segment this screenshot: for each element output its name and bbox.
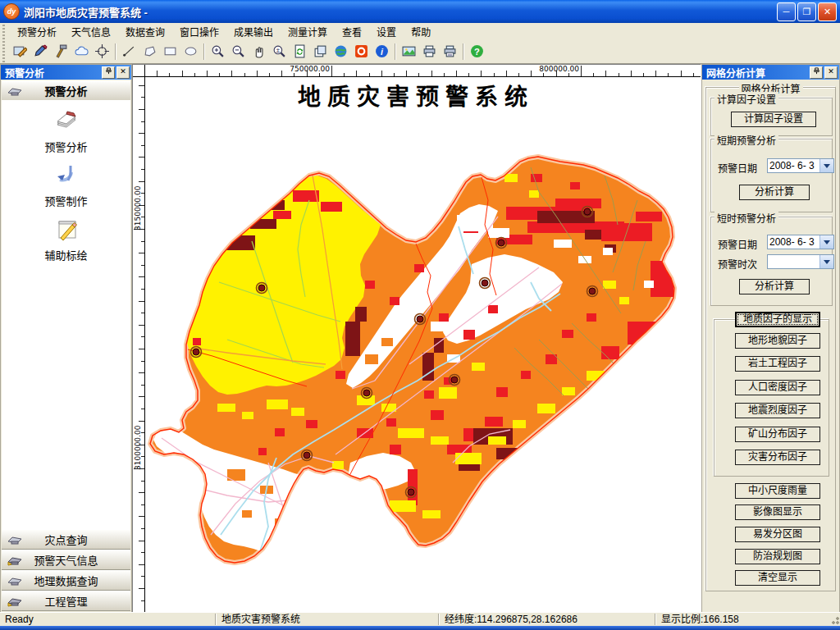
short-term-date-combo[interactable]: 2008- 6- 3 <box>767 158 834 173</box>
date-label: 预警日期 <box>718 237 757 251</box>
zoom-out-button[interactable] <box>228 41 249 62</box>
refresh-page-button[interactable] <box>290 41 310 62</box>
ellipse-tool-button[interactable] <box>180 41 201 62</box>
svg-text:?: ? <box>474 47 480 57</box>
risk-map[interactable]: 地质灾害预警系统 <box>145 77 701 612</box>
left-panel-header[interactable]: 预警分析 <box>2 80 130 101</box>
chevron-down-icon[interactable] <box>819 159 833 172</box>
factor-setup-button[interactable]: 计算因子设置 <box>731 112 816 127</box>
stop-button[interactable] <box>351 41 372 62</box>
sidebar-item-1[interactable]: 预警分析 <box>2 107 130 154</box>
polygon-tool-icon <box>143 44 157 58</box>
rectangle-tool-icon <box>163 44 177 58</box>
hammer-button[interactable] <box>51 41 71 62</box>
factor-button-6[interactable]: 矿山分布因子 <box>735 427 820 442</box>
zoom-in-button[interactable] <box>208 41 228 62</box>
marker-dot-icon <box>304 452 310 459</box>
left-pin-button[interactable] <box>102 66 115 79</box>
menu-item-7[interactable]: 查看 <box>335 23 369 40</box>
paint-brush-button[interactable] <box>30 41 51 62</box>
close-button[interactable]: ✕ <box>818 2 837 21</box>
map-edit-button[interactable] <box>10 41 30 62</box>
cloud-button[interactable] <box>71 41 92 62</box>
polygon-tool-button[interactable] <box>139 41 160 62</box>
immediate-analyze-button[interactable]: 分析计算 <box>739 279 810 294</box>
extra-button-4[interactable]: 防治规划图 <box>735 549 820 564</box>
menu-item-1[interactable]: 预警分析 <box>10 23 64 40</box>
panel-tab-2[interactable]: 预警天气信息 <box>2 550 130 570</box>
left-panel: 预警分析 ✕ 预警分析 预警分析预警制作辅助标绘 灾点查询预警天气信息地理数据查… <box>0 64 132 613</box>
panel-tab-1[interactable]: 灾点查询 <box>2 529 130 550</box>
map-document: 750000.00800000.00 3150000.003100000.00 … <box>132 64 701 613</box>
status-system-name: 地质灾害预警系统 <box>217 614 438 625</box>
extra-button-2[interactable]: 影像图显示 <box>735 504 820 520</box>
extra-button-3[interactable]: 易发分区图 <box>735 527 820 542</box>
left-panel-items: 预警分析预警制作辅助标绘 <box>2 100 130 533</box>
immediate-date-combo[interactable]: 2008- 6- 3 <box>767 235 834 249</box>
marker-dot-icon <box>451 377 458 383</box>
image-map-button[interactable] <box>399 41 419 62</box>
factor-button-1[interactable]: 地质因子的显示 <box>735 312 820 327</box>
sidebar-item-label: 预警分析 <box>2 139 130 154</box>
menu-item-4[interactable]: 窗口操作 <box>172 23 226 40</box>
sidebar-item-2[interactable]: 预警制作 <box>2 161 130 208</box>
panel-tab-4[interactable]: 工程管理 <box>2 591 130 611</box>
marker-dot-icon <box>482 280 488 286</box>
short-term-analyze-button[interactable]: 分析计算 <box>739 185 810 200</box>
left-close-button[interactable]: ✕ <box>116 66 130 79</box>
menu-item-9[interactable]: 帮助 <box>404 23 438 40</box>
stamp-icon <box>7 575 23 587</box>
help-icon: ? <box>470 44 484 58</box>
marker-dot-icon <box>589 288 596 294</box>
line-tool-icon <box>122 44 136 58</box>
menu-item-3[interactable]: 数据查询 <box>118 23 172 40</box>
menu-item-8[interactable]: 设置 <box>369 23 404 40</box>
menu-item-6[interactable]: 测量计算 <box>281 23 335 40</box>
factor-button-7[interactable]: 灾害分布因子 <box>735 450 820 465</box>
chevron-down-icon[interactable] <box>819 255 833 268</box>
right-pin-button[interactable] <box>810 66 823 79</box>
sidebar-item-3[interactable]: 辅助标绘 <box>2 215 130 262</box>
pin-icon <box>105 67 112 75</box>
chevron-down-icon[interactable] <box>819 235 833 249</box>
menu-item-2[interactable]: 天气信息 <box>64 23 118 40</box>
pan-hand-button[interactable] <box>249 41 269 62</box>
printer-button[interactable] <box>419 41 440 62</box>
minimize-button[interactable]: ─ <box>777 2 796 21</box>
line-tool-button[interactable] <box>119 41 139 62</box>
rectangle-tool-button[interactable] <box>160 41 180 62</box>
info-button[interactable]: i <box>372 41 392 62</box>
restore-button[interactable]: ❐ <box>797 2 816 21</box>
map-edit-icon <box>13 44 27 58</box>
right-close-button[interactable]: ✕ <box>824 66 838 79</box>
zoom-extent-button[interactable]: ± <box>269 41 290 62</box>
map-canvas[interactable]: 地质灾害预警系统 <box>145 77 701 612</box>
globe-button[interactable] <box>331 41 351 62</box>
short-term-caption: 短期预警分析 <box>714 133 778 147</box>
date-value: 2008- 6- 3 <box>768 235 819 249</box>
ruler-label: 3100000.00 <box>134 421 144 470</box>
marker-dot-icon <box>258 285 265 291</box>
center-target-button[interactable] <box>92 41 112 62</box>
printer-setup-button[interactable] <box>440 41 460 62</box>
help-button[interactable]: ? <box>467 41 487 62</box>
panel-tab-3[interactable]: 地理数据查询 <box>2 570 130 591</box>
layers-copy-icon <box>313 44 327 58</box>
factor-button-3[interactable]: 岩土工程因子 <box>735 356 820 372</box>
svg-text:±: ± <box>276 46 281 54</box>
extra-button-1[interactable]: 中小尺度雨量 <box>735 483 820 499</box>
window-title: 浏阳市地质灾害预警系统 - <box>24 4 777 20</box>
menu-gripper[interactable] <box>0 23 7 39</box>
menu-item-5[interactable]: 成果输出 <box>226 23 281 40</box>
toolbar-gripper[interactable] <box>0 39 7 63</box>
resize-grip[interactable] <box>829 614 840 625</box>
factor-button-5[interactable]: 地震烈度因子 <box>735 403 820 418</box>
stop-icon <box>354 44 368 58</box>
factor-button-2[interactable]: 地形地貌因子 <box>735 333 820 349</box>
immediate-time-combo[interactable] <box>767 254 834 269</box>
ruler-label: 800000.00 <box>532 65 579 73</box>
extra-button-5[interactable]: 清空显示 <box>735 570 820 586</box>
factor-button-4[interactable]: 人口密度因子 <box>735 380 820 395</box>
toolbar-separator <box>463 43 464 60</box>
layers-copy-button[interactable] <box>310 41 331 62</box>
